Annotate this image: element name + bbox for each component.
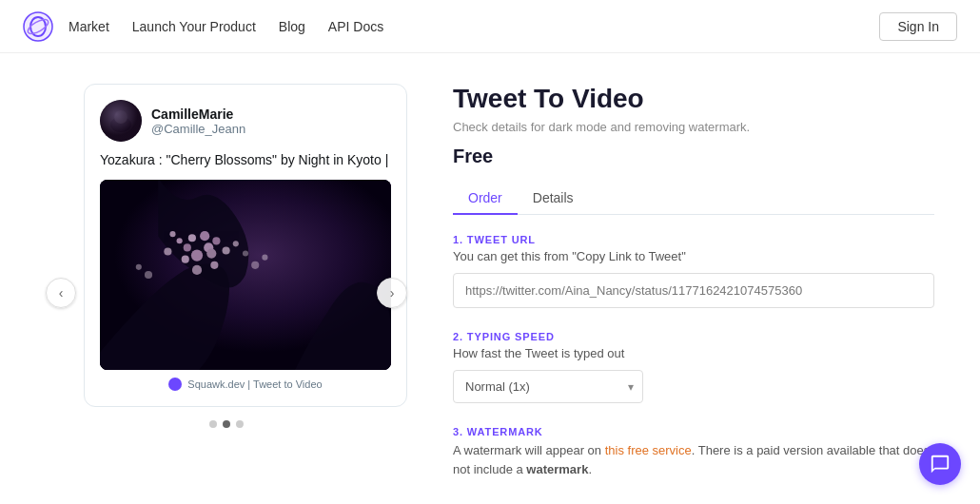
svg-point-16 (182, 255, 189, 262)
typing-speed-select[interactable]: Slow (0.5x) Normal (1x) Fast (2x) (453, 370, 643, 403)
tweet-text: Yozakura : "Cherry Blossoms" by Night in… (100, 151, 391, 170)
watermark-strong: watermark (526, 462, 588, 476)
product-subtitle: Check details for dark mode and removing… (453, 120, 934, 134)
tweet-image-inner (100, 180, 391, 370)
product-panel: Tweet To Video Check details for dark mo… (453, 84, 934, 501)
tweet-footer: Squawk.dev | Tweet to Video (100, 378, 391, 391)
product-title: Tweet To Video (453, 84, 934, 114)
svg-point-23 (251, 261, 259, 268)
watermark-highlight: this free service (605, 443, 692, 457)
nav-api-docs[interactable]: API Docs (328, 19, 383, 34)
nav-market[interactable]: Market (69, 19, 109, 34)
navbar: Market Launch Your Product Blog API Docs… (0, 0, 980, 53)
carousel-dot-3[interactable] (236, 420, 244, 428)
watermark-desc: A watermark will appear on this free ser… (453, 441, 934, 478)
carousel-dots (46, 420, 407, 428)
footer-logo-dot (168, 378, 182, 391)
svg-point-25 (243, 250, 248, 256)
carousel-right-arrow[interactable]: › (377, 278, 407, 308)
tab-order[interactable]: Order (453, 183, 518, 215)
tweet-url-desc: You can get this from "Copy Link to Twee… (453, 249, 934, 263)
nav-blog[interactable]: Blog (279, 19, 305, 34)
svg-point-10 (184, 243, 191, 251)
svg-point-15 (206, 248, 216, 258)
typing-speed-label: 2. TYPING SPEED (453, 331, 934, 342)
svg-point-22 (210, 261, 218, 268)
svg-point-13 (212, 237, 220, 244)
svg-point-21 (192, 264, 202, 274)
svg-point-6 (100, 100, 142, 142)
typing-speed-desc: How fast the Tweet is typed out (453, 346, 934, 360)
tweet-header: CamilleMarie @Camille_Jeann (100, 100, 391, 142)
chat-button[interactable] (919, 443, 961, 485)
tweet-handle: @Camille_Jeann (151, 122, 245, 136)
sign-in-button[interactable]: Sign In (879, 12, 957, 41)
tabs: Order Details (453, 183, 934, 215)
svg-point-18 (164, 247, 171, 255)
tweet-url-section: 1. TWEET URL You can get this from "Copy… (453, 234, 934, 308)
tab-details[interactable]: Details (518, 183, 589, 215)
svg-point-19 (169, 231, 175, 237)
tweet-preview-panel: ‹ (46, 84, 407, 501)
typing-speed-section: 2. TYPING SPEED How fast the Tweet is ty… (453, 331, 934, 403)
carousel-dot-2[interactable] (223, 420, 230, 428)
svg-point-12 (188, 234, 196, 242)
main-content: ‹ (0, 53, 980, 504)
watermark-label: 3. WATERMARK (453, 426, 934, 437)
svg-point-20 (233, 241, 239, 246)
logo[interactable] (23, 11, 53, 42)
typing-speed-select-wrapper: Slow (0.5x) Normal (1x) Fast (2x) ▾ (453, 370, 643, 403)
carousel-dot-1[interactable] (209, 420, 217, 428)
product-price: Free (453, 145, 934, 167)
tweet-url-input[interactable]: https://twitter.com/Aina_Nancy/status/11… (453, 273, 934, 308)
navbar-links: Market Launch Your Product Blog API Docs (69, 19, 879, 34)
tweet-url-label: 1. TWEET URL (453, 234, 934, 245)
svg-point-24 (262, 254, 267, 260)
tweet-image (100, 180, 391, 370)
svg-point-14 (177, 238, 183, 243)
tweet-username: CamilleMarie (151, 107, 245, 122)
svg-point-26 (145, 271, 152, 279)
svg-point-11 (200, 231, 209, 241)
tweet-card: CamilleMarie @Camille_Jeann Yozakura : "… (84, 84, 407, 407)
footer-text: Squawk.dev | Tweet to Video (187, 378, 322, 390)
svg-point-8 (191, 249, 203, 261)
watermark-section: 3. WATERMARK A watermark will appear on … (453, 426, 934, 478)
svg-point-27 (136, 263, 142, 269)
svg-point-17 (223, 246, 230, 254)
tweet-user-info: CamilleMarie @Camille_Jeann (151, 107, 245, 136)
carousel-left-arrow[interactable]: ‹ (46, 278, 76, 308)
nav-launch[interactable]: Launch Your Product (132, 19, 256, 34)
avatar (100, 100, 142, 142)
